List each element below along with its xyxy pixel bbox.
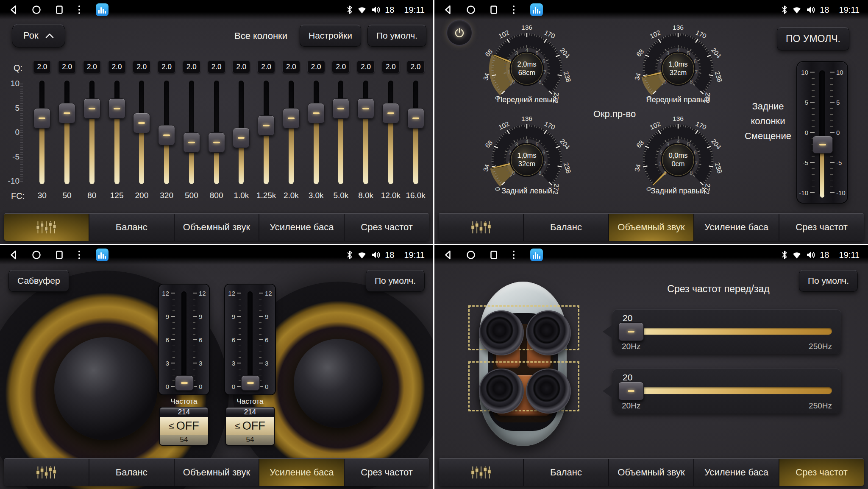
band-slider-1.25k[interactable] xyxy=(254,77,279,187)
slider-handle[interactable] xyxy=(812,136,833,154)
default-button[interactable]: По умолч. xyxy=(367,25,426,47)
delay-knob-rear-left[interactable]: 034681021361702042382720123456781,0ms32c… xyxy=(463,115,590,200)
equalizer-app-icon[interactable] xyxy=(96,3,108,16)
tab-surround-sound[interactable]: Объемный звук xyxy=(174,214,259,241)
q-value[interactable]: 2.0 xyxy=(33,60,51,73)
tab-crossover[interactable]: Срез частот xyxy=(344,214,429,241)
rear-offset-slider[interactable]: 10105500-5-5-10-10 xyxy=(797,62,847,203)
tab-bass-boost[interactable]: Усиление баса xyxy=(259,459,344,486)
band-slider-500[interactable] xyxy=(179,77,204,187)
subwoofer-level-slider[interactable]: 121299663300 xyxy=(159,285,209,394)
tab-bass-boost[interactable]: Усиление баса xyxy=(693,459,779,486)
slider-handle[interactable] xyxy=(283,108,300,129)
menu-button[interactable] xyxy=(77,250,81,260)
tab-surround-sound[interactable]: Объемный звук xyxy=(608,459,693,486)
q-value[interactable]: 2.0 xyxy=(357,60,375,73)
slider-track[interactable] xyxy=(622,328,832,335)
slider-handle[interactable] xyxy=(332,98,349,119)
recents-button[interactable] xyxy=(489,5,499,15)
slider-handle[interactable] xyxy=(83,98,100,119)
slider-handle[interactable] xyxy=(133,113,150,133)
q-value[interactable]: 2.0 xyxy=(257,60,275,73)
tab-balance[interactable]: Баланс xyxy=(523,214,608,241)
tab-crossover[interactable]: Срез частот xyxy=(344,459,429,486)
slider-handle[interactable] xyxy=(158,125,175,145)
tab-bass-boost[interactable]: Усиление баса xyxy=(259,214,344,241)
tab-balance[interactable]: Баланс xyxy=(523,459,608,486)
tab-equalizer[interactable] xyxy=(439,214,523,241)
band-slider-80[interactable] xyxy=(80,77,105,187)
q-value[interactable]: 2.0 xyxy=(208,60,225,73)
home-button[interactable] xyxy=(466,250,476,260)
q-value[interactable]: 2.0 xyxy=(83,60,101,73)
slider-handle[interactable] xyxy=(175,375,194,391)
band-slider-200[interactable] xyxy=(129,77,154,187)
tab-bass-boost[interactable]: Усиление баса xyxy=(693,214,779,241)
equalizer-app-icon[interactable] xyxy=(96,249,108,261)
slider-handle[interactable] xyxy=(407,108,424,129)
band-slider-30[interactable] xyxy=(30,77,55,187)
default-button[interactable]: По умолч. xyxy=(366,270,425,292)
default-button[interactable]: ПО УМОЛЧ. xyxy=(777,27,849,50)
delay-knob-front-right[interactable]: 034681021361702042382720123456781,0ms32c… xyxy=(615,24,742,109)
recents-button[interactable] xyxy=(54,250,64,260)
slider-handle[interactable] xyxy=(258,115,275,136)
q-value[interactable]: 2.0 xyxy=(232,60,250,73)
recents-button[interactable] xyxy=(54,5,64,15)
preset-select[interactable]: Рок xyxy=(12,24,65,48)
tab-crossover[interactable]: Срез частот xyxy=(779,214,864,241)
default-button[interactable]: По умолч. xyxy=(799,270,858,292)
picker-value-below[interactable]: 54 xyxy=(160,435,208,445)
picker-value-above[interactable]: 214 xyxy=(160,408,208,417)
slider-handle[interactable] xyxy=(241,375,260,391)
slider-handle[interactable] xyxy=(357,98,374,119)
slider-handle[interactable] xyxy=(618,382,644,400)
band-slider-1.0k[interactable] xyxy=(229,77,254,187)
band-slider-800[interactable] xyxy=(204,77,229,187)
subwoofer-freq-picker[interactable]: 214≤OFF54 xyxy=(160,408,208,445)
tab-crossover[interactable]: Срез частот xyxy=(779,459,864,486)
band-slider-50[interactable] xyxy=(55,77,80,187)
tab-equalizer[interactable] xyxy=(4,214,89,241)
q-value[interactable]: 2.0 xyxy=(133,60,150,73)
band-slider-2.0k[interactable] xyxy=(279,77,304,187)
subwoofer-freq-picker[interactable]: 214≤OFF54 xyxy=(226,408,274,445)
picker-value-selected[interactable]: ≤OFF xyxy=(160,417,208,435)
q-value[interactable]: 2.0 xyxy=(282,60,300,73)
back-button[interactable] xyxy=(443,250,453,260)
home-button[interactable] xyxy=(31,5,42,15)
tab-surround-sound[interactable]: Объемный звук xyxy=(174,459,259,486)
menu-button[interactable] xyxy=(77,5,81,15)
slider-handle[interactable] xyxy=(233,128,250,148)
tab-balance[interactable]: Баланс xyxy=(89,214,174,241)
q-value[interactable]: 2.0 xyxy=(108,60,126,73)
back-button[interactable] xyxy=(8,250,19,260)
tab-balance[interactable]: Баланс xyxy=(89,459,174,486)
delay-knob-rear-right[interactable]: 034681021361702042382720123456780,0ms0cm… xyxy=(615,115,742,200)
picker-value-below[interactable]: 54 xyxy=(226,435,274,445)
recents-button[interactable] xyxy=(489,250,499,260)
band-slider-12.0k[interactable] xyxy=(378,77,403,187)
tab-equalizer[interactable] xyxy=(439,459,523,486)
home-button[interactable] xyxy=(31,250,42,260)
q-value[interactable]: 2.0 xyxy=(307,60,325,73)
slider-handle[interactable] xyxy=(58,103,75,123)
q-value[interactable]: 2.0 xyxy=(158,60,175,73)
tab-equalizer[interactable] xyxy=(4,459,89,486)
band-slider-5.0k[interactable] xyxy=(328,77,353,187)
slider-handle[interactable] xyxy=(618,322,644,341)
subwoofer-title-button[interactable]: Сабвуфер xyxy=(8,270,69,292)
back-button[interactable] xyxy=(8,5,19,15)
q-value[interactable]: 2.0 xyxy=(407,60,425,73)
slider-handle[interactable] xyxy=(183,132,200,153)
picker-value-selected[interactable]: ≤OFF xyxy=(226,417,274,435)
menu-button[interactable] xyxy=(512,5,516,15)
band-slider-8.0k[interactable] xyxy=(353,77,378,187)
slider-handle[interactable] xyxy=(33,108,50,129)
back-button[interactable] xyxy=(443,5,453,15)
subwoofer-level-slider[interactable]: 121299663300 xyxy=(225,285,275,394)
q-value[interactable]: 2.0 xyxy=(382,60,400,73)
band-slider-320[interactable] xyxy=(154,77,179,187)
band-slider-3.0k[interactable] xyxy=(303,77,328,187)
slider-handle[interactable] xyxy=(308,103,325,123)
